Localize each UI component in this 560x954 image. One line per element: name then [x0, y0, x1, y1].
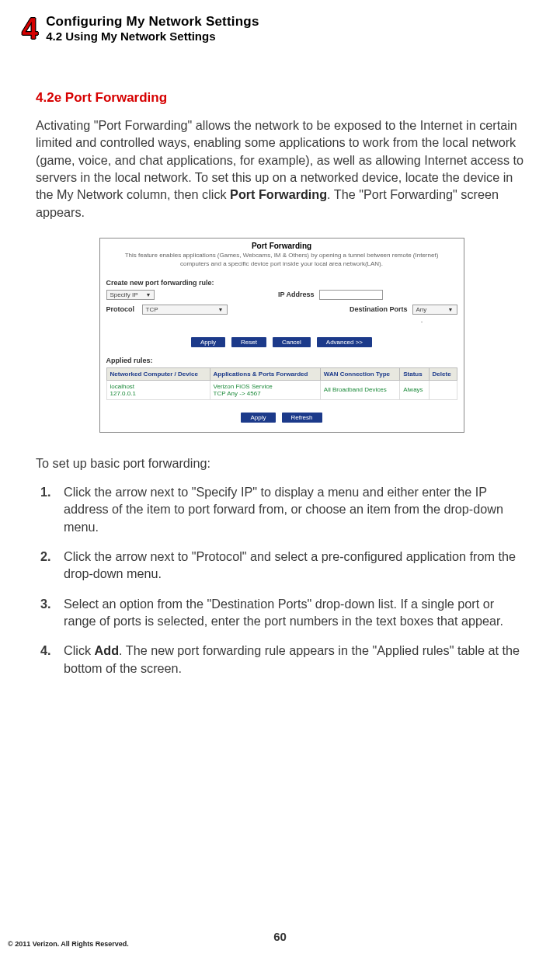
chevron-down-icon: ▼: [146, 292, 151, 298]
ss-title: Port Forwarding: [100, 238, 464, 252]
step-num: 2.: [40, 548, 54, 583]
td-apps-l1: Verizon FiOS Service: [214, 383, 273, 390]
ip-address-label: IP Address: [278, 291, 315, 298]
steps-list: 1. Click the arrow next to "Specify IP" …: [40, 483, 527, 677]
protocol-label: Protocol: [106, 305, 137, 313]
step-num: 3.: [40, 595, 54, 630]
td-wan: All Broadband Devices: [320, 380, 399, 399]
td-apps: Verizon FiOS Service TCP Any -> 4567: [210, 380, 320, 399]
td-apps-l2: TCP Any -> 4567: [214, 390, 261, 397]
dest-ports-value: Any: [416, 306, 427, 313]
step-text: Select an option from the "Destination P…: [64, 597, 503, 628]
th-device: Networked Computer / Device: [106, 367, 210, 380]
step-4: 4. Click Add. The new port forwarding ru…: [40, 642, 527, 677]
ip-address-input[interactable]: [319, 290, 383, 300]
specify-ip-dropdown[interactable]: Specify IP ▼: [106, 290, 155, 300]
subsection-heading: 4.2e Port Forwarding: [36, 90, 527, 106]
intro-text-bold: Port Forwarding: [230, 187, 327, 201]
refresh-button[interactable]: Refresh: [282, 413, 322, 423]
specify-ip-value: Specify IP: [110, 291, 138, 298]
step-2: 2. Click the arrow next to "Protocol" an…: [40, 548, 527, 583]
td-device: localhost 127.0.0.1: [106, 380, 210, 399]
td-delete[interactable]: [429, 380, 457, 399]
step-text: Click the arrow next to "Specify IP" to …: [64, 485, 503, 534]
step-text-post: . The new port forwarding rule appears i…: [64, 643, 520, 674]
th-apps: Applications & Ports Forwarded: [210, 367, 320, 380]
chevron-down-icon: ▼: [448, 307, 454, 312]
protocol-value: TCP: [146, 306, 158, 313]
copyright: © 2011 Verizon. All Rights Reserved.: [8, 940, 129, 948]
th-delete: Delete: [429, 367, 457, 380]
ss-create-label: Create new port forwarding rule:: [100, 276, 464, 290]
step-num: 4.: [40, 642, 54, 677]
dest-ports-label: Destination Ports: [350, 305, 408, 313]
section-title: 4.2 Using My Network Settings: [46, 30, 259, 43]
ss-subtitle: This feature enables applications (Games…: [100, 252, 464, 276]
dest-ports-dropdown[interactable]: Any ▼: [412, 305, 457, 315]
apply-button[interactable]: Apply: [191, 337, 225, 347]
td-device-l2: 127.0.0.1: [110, 390, 136, 397]
step-text: Click the arrow next to "Protocol" and s…: [64, 549, 516, 580]
ss-button-row-2: Apply Refresh: [100, 405, 464, 432]
step-3: 3. Select an option from the "Destinatio…: [40, 595, 527, 630]
applied-rules-table: Networked Computer / Device Applications…: [106, 367, 457, 400]
advanced-button[interactable]: Advanced >>: [317, 337, 372, 347]
step-text-bold: Add: [95, 643, 119, 657]
page-header: 4 Configuring My Network Settings 4.2 Us…: [22, 14, 538, 44]
instructions-lead: To set up basic port forwarding:: [36, 456, 527, 471]
ss-button-row-1: Apply Reset Cancel Advanced >>: [100, 329, 464, 353]
td-status: Always: [400, 380, 429, 399]
table-row: localhost 127.0.0.1 Verizon FiOS Service…: [106, 380, 457, 399]
ss-applied-label: Applied rules:: [100, 353, 464, 367]
chapter-number: 4: [22, 14, 38, 44]
intro-paragraph: Activating "Port Forwarding" allows the …: [36, 117, 527, 221]
table-header-row: Networked Computer / Device Applications…: [106, 367, 457, 380]
port-forwarding-screenshot: Port Forwarding This feature enables app…: [99, 238, 464, 433]
step-1: 1. Click the arrow next to "Specify IP" …: [40, 483, 527, 535]
th-status: Status: [400, 367, 429, 380]
chevron-down-icon: ▼: [218, 307, 224, 312]
cancel-button[interactable]: Cancel: [273, 337, 311, 347]
chapter-title: Configuring My Network Settings: [46, 14, 259, 30]
reset-button[interactable]: Reset: [231, 337, 266, 347]
protocol-dropdown[interactable]: TCP ▼: [142, 305, 228, 315]
apply-button-2[interactable]: Apply: [241, 413, 275, 423]
td-device-l1: localhost: [110, 383, 135, 390]
step-text-pre: Click: [64, 643, 95, 657]
step-num: 1.: [40, 483, 54, 535]
th-wan: WAN Connection Type: [320, 367, 399, 380]
